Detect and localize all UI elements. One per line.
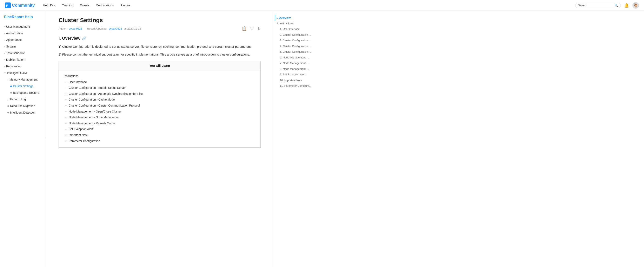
nav-events[interactable]: Events <box>80 4 89 7</box>
logo-area[interactable]: F Community <box>5 3 35 8</box>
list-item: Node Management - Open/Close Cluster <box>69 109 256 114</box>
toc-item-user-interface[interactable]: 1. User Interface <box>276 26 315 32</box>
sidebar-label-intelligent-om: Intelligent O&M <box>7 71 27 75</box>
chevron-down-icon: ∨ <box>4 72 6 74</box>
list-item: Node Management - Node Management <box>69 115 256 120</box>
action-icons: 📋 ♡ ⇓ <box>242 26 261 31</box>
chevron-right-icon: › <box>4 45 5 48</box>
sidebar-item-intelligent-detection[interactable]: Intelligent Detection <box>0 109 45 116</box>
list-item: Cluster Configuration - Cache Mode <box>69 97 256 102</box>
chevron-right-icon: › <box>4 32 5 35</box>
sidebar-resize-handle[interactable] <box>45 11 46 267</box>
search-icon: 🔍 <box>614 4 618 7</box>
svg-text:F: F <box>6 4 8 7</box>
sidebar-item-intelligent-om[interactable]: ∨ Intelligent O&M <box>0 70 45 76</box>
list-item: Important Note <box>69 132 256 138</box>
chevron-right-icon: › <box>4 65 5 68</box>
sidebar-item-platform-log[interactable]: › Platform Log <box>0 96 45 103</box>
toc-item-exception-alert[interactable]: 9. Set Exception Alert <box>276 72 315 77</box>
toc-item-node-mgmt-8[interactable]: 8. Node Management - ... <box>276 66 315 72</box>
you-will-learn-list: User Interface Cluster Configuration - E… <box>64 79 256 144</box>
search-box[interactable]: 🔍 <box>575 3 621 8</box>
nav-certifications[interactable]: Certifications <box>96 4 114 7</box>
sidebar-label-authorization: Authorization <box>6 32 23 35</box>
list-item: Cluster Configuration - Enable Status Se… <box>69 85 256 91</box>
toc-item-node-mgmt-6[interactable]: 6. Node Management - ... <box>276 55 315 61</box>
main-content: Cluster Settings Author: ayuan0625 Recen… <box>46 11 273 267</box>
drag-dot <box>46 140 46 140</box>
toc-item-important-note[interactable]: 10. Important Note <box>276 77 315 83</box>
author-link[interactable]: ayuan0625 <box>69 27 82 30</box>
toc-item-overview[interactable]: I. Overview <box>275 15 315 21</box>
top-navigation: F Community Help Doc Training Events Cer… <box>0 0 644 11</box>
sidebar-item-memory-management[interactable]: › Memory Management <box>0 76 45 83</box>
sidebar-item-registration[interactable]: › Registration <box>0 63 45 70</box>
section-1-para2: 2) Please contact the technical support … <box>58 52 261 57</box>
sidebar-item-backup-restore[interactable]: Backup and Restore <box>0 89 45 96</box>
sidebar-label-cluster-settings: Cluster Settings <box>13 85 34 88</box>
sidebar-title: FineReport Help <box>0 15 45 23</box>
toc-item-cluster-config-3[interactable]: 3. Cluster Configuration ... <box>276 38 315 43</box>
sidebar-label-appearance: Appearance <box>6 38 22 42</box>
bookmark-icon[interactable]: 📋 <box>242 26 247 31</box>
toc-item-instructions[interactable]: II. Instructions <box>276 21 315 27</box>
toc-item-cluster-config-4[interactable]: 4. Cluster Configuration ... <box>276 43 315 49</box>
you-will-learn-header: You will Learn <box>59 61 260 70</box>
toc-item-cluster-config-5[interactable]: 5. Cluster Configuration ... <box>276 49 315 55</box>
sidebar-item-task-schedule[interactable]: › Task Schedule <box>0 50 45 56</box>
chevron-right-icon: › <box>4 39 5 41</box>
toc-item-cluster-config-2[interactable]: 2. Cluster Configuration ... <box>276 32 315 38</box>
like-icon[interactable]: ♡ <box>250 26 254 31</box>
bell-icon[interactable]: 🔔 <box>624 3 629 8</box>
sidebar-label-task-schedule: Task Schedule <box>6 51 25 55</box>
sidebar-label-system: System <box>6 45 16 48</box>
toc-panel: I. Overview II. Instructions 1. User Int… <box>273 11 318 267</box>
chevron-right-icon: › <box>4 59 5 61</box>
toc-item-param-config[interactable]: 11. Parameter Configura... <box>276 83 315 89</box>
sidebar-item-mobile-platform[interactable]: › Mobile Platform <box>0 56 45 63</box>
recent-updates-label: Recent Updates: <box>87 27 107 30</box>
chevron-right-icon: › <box>4 26 5 28</box>
updated-by-link[interactable]: ayuan0625 <box>109 27 122 30</box>
chevron-right-icon: › <box>4 52 5 54</box>
nav-help-doc[interactable]: Help Doc <box>43 4 56 7</box>
sidebar-item-user-management[interactable]: › User Management <box>0 23 45 30</box>
drag-dot <box>46 137 46 138</box>
you-will-learn-box: You will Learn Instructions User Interfa… <box>58 61 261 148</box>
chevron-right-icon: › <box>8 78 8 81</box>
toc-item-node-mgmt-7[interactable]: 7. Node Management - ... <box>276 60 315 66</box>
logo-text: Community <box>12 3 35 8</box>
search-input[interactable] <box>578 4 613 7</box>
bullet-icon <box>8 105 9 107</box>
link-anchor-icon[interactable]: 🔗 <box>82 36 86 40</box>
avatar[interactable]: 🦉 <box>632 2 639 9</box>
updated-date: on 2020-12-15 <box>124 27 141 30</box>
sidebar-item-appearance[interactable]: › Appearance <box>0 37 45 43</box>
logo-icon: F <box>5 3 11 8</box>
sidebar-label-platform-log: Platform Log <box>10 98 26 101</box>
chevron-right-icon: › <box>8 98 8 101</box>
meta-row: Author: ayuan0625 Recent Updates: ayuan0… <box>58 26 261 31</box>
sidebar-item-resource-migration[interactable]: Resource Migration <box>0 103 45 109</box>
list-item: User Interface <box>69 79 256 85</box>
nav-plugins[interactable]: Plugins <box>120 4 130 7</box>
nav-training[interactable]: Training <box>62 4 74 7</box>
bullet-icon <box>8 112 9 113</box>
list-item: Cluster Configuration - Automatic Synchr… <box>69 91 256 97</box>
sidebar-label-intelligent-detection: Intelligent Detection <box>10 111 36 114</box>
page-title: Cluster Settings <box>58 17 261 24</box>
you-will-learn-top-item: Instructions <box>64 73 256 79</box>
download-icon[interactable]: ⇓ <box>257 26 261 31</box>
sidebar-item-cluster-settings[interactable]: Cluster Settings <box>0 83 45 89</box>
sidebar-item-system[interactable]: › System <box>0 43 45 50</box>
sidebar-item-authorization[interactable]: › Authorization <box>0 30 45 37</box>
sidebar-label-backup-restore: Backup and Restore <box>13 91 39 94</box>
sidebar: FineReport Help › User Management › Auth… <box>0 11 45 267</box>
bullet-active-icon <box>10 86 12 87</box>
nav-right: 🔍 🔔 🦉 <box>575 2 639 9</box>
sidebar-label-resource-migration: Resource Migration <box>10 104 35 108</box>
sidebar-label-user-management: User Management <box>6 25 30 28</box>
section-1-heading-text: I. Overview <box>58 36 80 41</box>
author-label: Author: <box>58 27 67 30</box>
bullet-icon <box>10 92 12 94</box>
